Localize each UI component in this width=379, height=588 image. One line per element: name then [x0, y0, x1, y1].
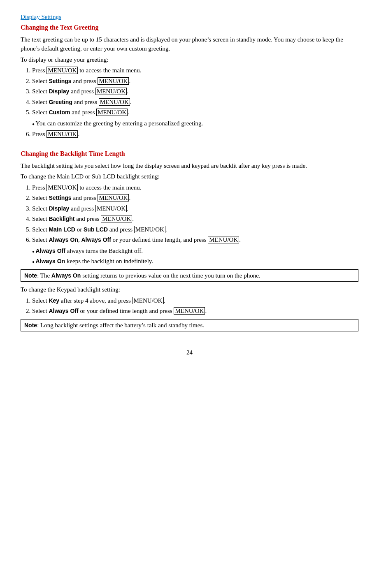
backlight-title: Changing the Backlight Time Length: [21, 149, 358, 159]
step-3: Select Display and press MENU/OK.: [32, 87, 358, 96]
display-settings-link: Display Settings: [21, 14, 61, 20]
backlight-instruction-main: To change the Main LCD or Sub LCD backli…: [21, 172, 358, 181]
text-greeting-section: Changing the Text Greeting The text gree…: [21, 23, 358, 139]
note1-label: Note: [24, 272, 37, 279]
display-bold-3: Display: [49, 88, 69, 95]
note-box-1: Note: The Always On setting returns to p…: [21, 269, 358, 282]
bl-step-1: Press MENU/OK to access the main menu.: [32, 183, 358, 192]
step-4: Select Greeting and press MENU/OK.: [32, 97, 358, 107]
bl-step-3: Select Display and press MENU/OK.: [32, 204, 358, 213]
backlight-steps-main: Press MENU/OK to access the main menu. S…: [32, 183, 358, 245]
menu-ok-kbd-1: MENU/OK: [47, 67, 78, 74]
note1-always-on-bold: Always On: [51, 272, 81, 279]
menu-ok-kbd-5: MENU/OK: [96, 109, 128, 116]
menu-ok-kbd-6: MENU/OK: [47, 130, 78, 138]
text-greeting-instruction: To display or change your greeting:: [21, 55, 358, 65]
step-2: Select Settings and press MENU/OK.: [32, 76, 358, 86]
menu-ok-kbd-4: MENU/OK: [99, 98, 130, 106]
bl-step-2: Select Settings and press MENU/OK.: [32, 193, 358, 203]
bl-step-4: Select Backlight and press MENU/OK.: [32, 214, 358, 224]
bl-menu-ok-2: MENU/OK: [98, 194, 129, 201]
bl-settings-2: Settings: [49, 194, 71, 201]
kp-menu-ok-2: MENU/OK: [174, 307, 205, 315]
bl-menu-ok-5: MENU/OK: [134, 226, 165, 233]
step-6: Press MENU/OK.: [32, 130, 358, 139]
bullet-always-on: Always On keeps the backlight on indefin…: [32, 257, 358, 266]
kp-menu-ok-1: MENU/OK: [133, 297, 164, 304]
bl-step-6: Select Always On, Always Off or your def…: [32, 235, 358, 245]
menu-ok-kbd-3: MENU/OK: [95, 88, 127, 95]
note2-label: Note: [24, 322, 37, 329]
bl-alwayson-6: Always On: [49, 236, 78, 243]
backlight-intro: The backlight setting lets you select ho…: [21, 161, 358, 171]
display-settings-link-line: Display Settings: [21, 12, 358, 22]
text-greeting-step6-list: Press MENU/OK.: [32, 130, 358, 139]
backlight-steps-keypad: Select Key after step 4 above, and press…: [32, 296, 358, 316]
bl-alwaysoff-6: Always Off: [81, 236, 111, 243]
kp-key-bold-1: Key: [49, 297, 59, 304]
step-5: Select Custom and press MENU/OK.: [32, 108, 358, 117]
greeting-bold-4: Greeting: [49, 99, 72, 105]
page-number: 24: [21, 348, 358, 357]
always-on-bold: Always On: [36, 258, 65, 264]
backlight-section: Changing the Backlight Time Length The b…: [21, 149, 358, 332]
bullet-always-off: Always Off always turns the Backlight of…: [32, 246, 358, 256]
bullet-customize: You can customize the greeting by enteri…: [32, 119, 358, 128]
bl-menu-ok-3: MENU/OK: [95, 205, 127, 212]
kp-step-2: Select Always Off or your defined time l…: [32, 306, 358, 316]
bl-step-5: Select Main LCD or Sub LCD and press MEN…: [32, 225, 358, 234]
backlight-bullets: Always Off always turns the Backlight of…: [32, 246, 358, 266]
always-off-bold: Always Off: [36, 248, 65, 254]
text-greeting-intro: The text greeting can be up to 15 charac…: [21, 35, 358, 53]
note-box-2: Note: Long backlight settings affect the…: [21, 319, 358, 332]
kp-alwaysoff-2: Always Off: [49, 308, 78, 314]
text-greeting-bullets: You can customize the greeting by enteri…: [32, 119, 358, 128]
bl-sublcd-5: Sub LCD: [84, 226, 108, 233]
bl-menu-ok-6: MENU/OK: [208, 236, 239, 243]
text-greeting-title: Changing the Text Greeting: [21, 23, 358, 32]
page-content: Display Settings Changing the Text Greet…: [21, 12, 358, 331]
kp-step-1: Select Key after step 4 above, and press…: [32, 296, 358, 306]
bl-menu-ok-4: MENU/OK: [101, 215, 132, 222]
menu-ok-kbd-2: MENU/OK: [98, 77, 129, 85]
bl-backlight-4: Backlight: [49, 215, 74, 222]
text-greeting-steps: Press MENU/OK to access the main menu. S…: [32, 66, 358, 117]
bl-mainlcd-5: Main LCD: [49, 226, 75, 233]
backlight-instruction-keypad: To change the Keypad backlight setting:: [21, 285, 358, 294]
step-1: Press MENU/OK to access the main menu.: [32, 66, 358, 75]
custom-bold-5: Custom: [49, 109, 70, 116]
bl-menu-ok-1: MENU/OK: [47, 184, 78, 191]
bl-display-3: Display: [49, 205, 69, 212]
settings-bold-2: Settings: [49, 78, 71, 84]
